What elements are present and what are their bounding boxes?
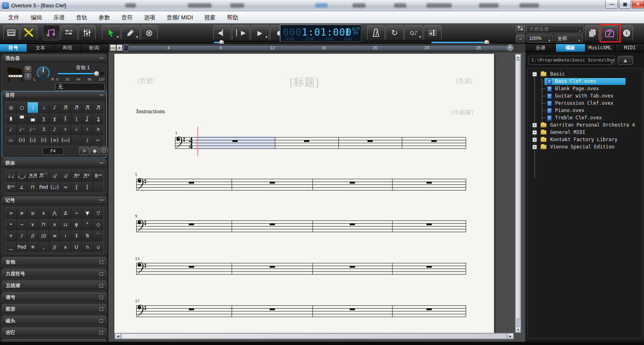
expand-icon[interactable] (99, 307, 103, 311)
palette-cell[interactable]: ⊓ (38, 219, 49, 230)
section-header-力度符号[interactable]: 力度符号 (2, 269, 107, 279)
vertical-scrollbar[interactable]: ▲ ▼ (515, 54, 521, 333)
palette-cell[interactable] (93, 182, 103, 193)
scroll-up-icon[interactable]: ▲ (515, 54, 521, 60)
palette-cell[interactable]: U (71, 241, 82, 252)
palette-cell[interactable]: ⌐ (93, 135, 103, 146)
palette-cell[interactable]: ♩· (6, 124, 16, 135)
palette-cell[interactable]: // (27, 230, 38, 241)
tree-folder-Vienna Special Edition[interactable]: +Vienna Special Edition (528, 144, 643, 151)
section-header-图形[interactable]: 图形 (2, 304, 107, 314)
expand-icon[interactable] (99, 272, 103, 276)
ruler-band[interactable] (128, 45, 513, 51)
palette-cell[interactable]: ♩/ (49, 170, 60, 181)
zoom-in-button[interactable]: + (116, 44, 122, 51)
palette-cell[interactable]: ↕ (71, 230, 82, 241)
palette-cell[interactable]: ♬ (71, 102, 82, 113)
pitch-field[interactable]: F4 (42, 147, 63, 155)
palette-cell[interactable]: ♩.♩ (6, 170, 16, 181)
palette-cell[interactable]: ⊓ (27, 182, 38, 193)
palette-tab-文本[interactable]: 文本 (27, 44, 54, 52)
select-tool-button[interactable]: ▼ (102, 25, 120, 40)
composer-text[interactable]: [作曲家] (451, 109, 473, 116)
palette-cell[interactable]: (×) (49, 135, 60, 146)
tree-folder-Kontakt Factory Library[interactable]: +Kontakt Factory Library (528, 136, 643, 144)
scroll-down-icon[interactable]: ▼ (515, 327, 521, 332)
quantize-button[interactable]: Q♪ ▼ (404, 25, 423, 40)
filter-select[interactable]: 全部 ▼ (555, 34, 583, 42)
metronome-button[interactable] (367, 25, 385, 40)
menu-item[interactable]: 音符 (116, 11, 138, 23)
mixer-button[interactable] (78, 25, 95, 40)
palette-cell[interactable]: ⋀ (49, 207, 60, 218)
menu-item[interactable]: 选项 (138, 11, 161, 23)
palette-cell[interactable]: / (17, 230, 27, 241)
palette-cell[interactable]: ∧ (49, 219, 60, 230)
palette-cell[interactable]: // (49, 241, 60, 252)
play-button[interactable]: ▶ ▼ (251, 25, 269, 40)
step-record-button[interactable] (424, 25, 441, 40)
palette-tab-符号[interactable]: 符号 (0, 44, 27, 52)
erase-tool-button[interactable]: ⊗ (141, 25, 158, 40)
palette-cell[interactable]: • (6, 219, 16, 230)
palette-cell[interactable]: ♮ (82, 124, 93, 135)
goto-button[interactable]: → (516, 34, 525, 42)
palette-cell[interactable]: ∪ (93, 241, 103, 252)
tree-file-Blank Page.ovex[interactable]: ♪Blank Page.ovex (528, 85, 643, 93)
note-info-button[interactable]: ⓘ (100, 147, 108, 155)
scrollbar-thumb[interactable] (515, 60, 521, 319)
palette-cell[interactable]: ɣ (49, 113, 60, 124)
tree-file-Guitar with Tab.ovex[interactable]: ♪Guitar with Tab.ovex (528, 93, 643, 100)
palette-cell[interactable]: ≥ (27, 207, 38, 218)
palette-cell[interactable]: ♯ (60, 124, 71, 135)
tree-file-Bass Clef.ovex[interactable]: ♪Bass Clef.ovex (528, 78, 643, 85)
solo-button[interactable]: S (25, 73, 31, 79)
palette-cell[interactable]: ♩/ (60, 170, 71, 181)
palette-cell[interactable]: (♯) (17, 135, 27, 146)
palette-cell[interactable]: ▼ (82, 207, 93, 218)
palette-cell[interactable]: ʆ (82, 113, 93, 124)
path-dropdown[interactable]: C:\ProgramData\Sonic Scores\Overture 5\.… (529, 56, 615, 65)
palette-cell[interactable]: ≈ (60, 182, 71, 193)
palette-cell[interactable]: ≯ (17, 207, 27, 218)
copy-pages-button[interactable] (585, 25, 599, 41)
palette-cell[interactable]: ⌒ (93, 230, 103, 241)
palette-cell[interactable]: ♬ (82, 102, 93, 113)
palette-cell[interactable]: { (71, 182, 82, 193)
loop-button[interactable]: ↻ (386, 25, 403, 40)
menu-item[interactable]: 帮助 (221, 11, 244, 23)
tree-folder-Garritan Personal Orchestra 4[interactable]: +Garritan Personal Orchestra 4 (528, 122, 643, 129)
collapse-icon[interactable]: − (532, 72, 537, 76)
tree-folder-General MIDI[interactable]: +General MIDI (528, 129, 643, 136)
section-header-谱号[interactable]: 谱号 (2, 292, 107, 303)
browser-tab-乐谱[interactable]: 乐谱 (526, 44, 555, 52)
palette-cell[interactable]: ◎ (6, 102, 16, 113)
palette-cell[interactable]: (♭♭) (60, 135, 71, 146)
palette-cell[interactable]: / (82, 135, 93, 146)
info-button[interactable]: i (620, 25, 633, 41)
palette-cell[interactable]: ○ (17, 102, 27, 113)
collapse-icon[interactable]: — (99, 57, 103, 60)
palette-cell[interactable]: ʅ (71, 113, 82, 124)
expand-icon[interactable] (99, 284, 103, 288)
instrument-field[interactable]: 无 (55, 83, 105, 91)
palette-cell[interactable]: Ped (17, 241, 27, 252)
palette-cell[interactable]: ∠ (17, 182, 27, 193)
palette-cell[interactable]: ♬³ (71, 170, 82, 181)
palette-cell[interactable]: ⇅ (82, 230, 93, 241)
palette-cell[interactable]: ♬⌒ (38, 170, 49, 181)
palette-cell[interactable]: ♩··· (27, 124, 38, 135)
menu-item[interactable]: 编辑 (25, 11, 48, 23)
palette-cell[interactable]: Ped (38, 182, 49, 193)
ruler-end-marker[interactable]: ✕ (507, 44, 513, 51)
slider-thumb[interactable] (94, 71, 99, 76)
palette-cell[interactable] (71, 135, 82, 146)
step-forward-button[interactable]: ▏▶ (232, 25, 250, 40)
palette-cell[interactable]: ʓ (93, 113, 103, 124)
palette-cell[interactable]: ♩ (27, 102, 38, 113)
volume-slider[interactable] (57, 72, 104, 75)
section-header-吉它[interactable]: 吉它 (2, 327, 107, 338)
palette-cell[interactable]: Δ (60, 207, 71, 218)
palette-tab-和弦[interactable]: 和弦 (54, 44, 81, 52)
palette-cell[interactable]: ⊔ (60, 219, 71, 230)
